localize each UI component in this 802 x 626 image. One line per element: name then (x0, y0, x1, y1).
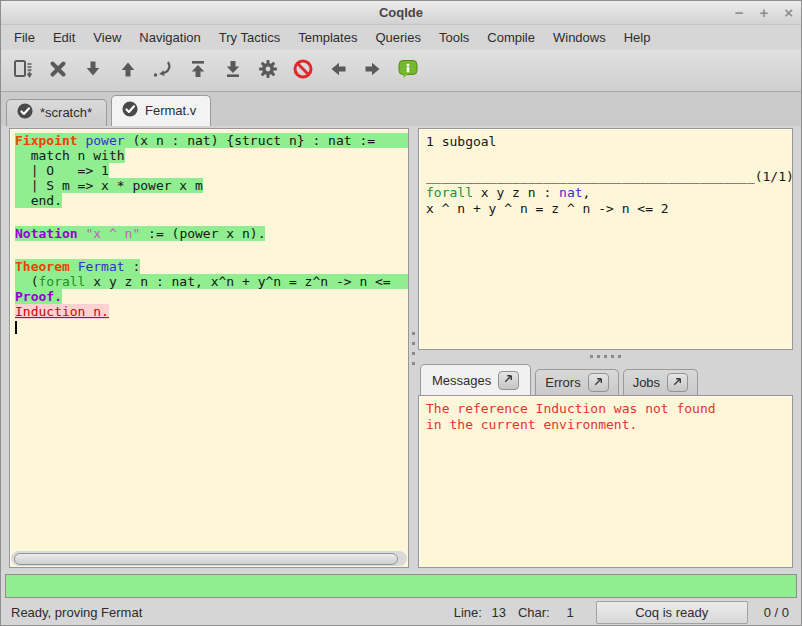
menu-tools[interactable]: Tools (430, 27, 478, 48)
menu-windows[interactable]: Windows (544, 27, 615, 48)
line-label: Line: (454, 605, 482, 620)
char-label: Char: (518, 605, 550, 620)
stop-button[interactable] (285, 52, 320, 90)
menu-bar: FileEditViewNavigationTry TacticsTemplat… (1, 25, 801, 50)
message-line-2: in the current environment. (426, 417, 785, 433)
window-title: CoqIde (379, 5, 423, 20)
code-line-5: end. (15, 193, 408, 208)
close-button[interactable] (40, 52, 75, 90)
goal-line-3: ________________________________________… (426, 169, 785, 185)
editor[interactable]: Fixpoint power (x n : nat) {struct n} : … (10, 129, 408, 550)
tab-label: Jobs (633, 375, 660, 390)
code-line-2: match n with (15, 148, 408, 163)
goal-line-5: x ^ n + y ^ n = z ^ n -> n <= 2 (426, 201, 785, 217)
toolbar (1, 50, 801, 92)
tab-label: *scratch* (40, 105, 92, 120)
tab-scratch[interactable]: *scratch* (6, 99, 107, 126)
window-controls: − + × (735, 1, 793, 24)
code-line-6 (15, 208, 408, 226)
code-line-8 (15, 241, 408, 259)
status-right: Line: 13 Char: 1 Coq is ready 0 / 0 (454, 601, 789, 624)
menu-file[interactable]: File (5, 27, 44, 48)
arrow-bottom-button[interactable] (215, 52, 250, 90)
arrow-right-button[interactable] (355, 52, 390, 90)
coq-status-indicator: Coq is ready (596, 601, 748, 624)
gear-icon (257, 58, 279, 84)
char-number: 1 (556, 605, 574, 620)
progress-fill (6, 575, 796, 597)
horizontal-scrollbar[interactable] (11, 551, 407, 566)
status-bar: Ready, proving Fermat Line: 13 Char: 1 C… (1, 599, 801, 625)
menu-edit[interactable]: Edit (44, 27, 84, 48)
tab-errors[interactable]: Errors (535, 369, 618, 395)
arrow-top-icon (187, 58, 209, 84)
goal-line-4: forall x y z n : nat, (426, 185, 785, 201)
close-icon (47, 58, 69, 84)
arrow-bottom-icon (222, 58, 244, 84)
title-bar[interactable]: CoqIde − + × (1, 1, 801, 25)
code-line-13 (15, 319, 408, 334)
document-arrow-icon (12, 58, 34, 84)
goal-pane[interactable]: 1 subgoal_______________________________… (418, 128, 793, 350)
arrow-left-icon (327, 58, 349, 84)
menu-try-tactics[interactable]: Try Tactics (210, 27, 289, 48)
vertical-pane-divider[interactable] (409, 128, 418, 568)
goal-line-2 (426, 150, 785, 169)
code-line-7: Notation "x ^ n" := (power x n). (15, 226, 408, 241)
goal-line-1: 1 subgoal (426, 134, 785, 150)
check-icon (122, 101, 138, 120)
menu-navigation[interactable]: Navigation (130, 27, 209, 48)
horizontal-pane-divider[interactable] (418, 350, 793, 362)
messages-pane[interactable]: The reference Induction was not foundin … (418, 395, 793, 568)
detach-errors-button[interactable] (588, 373, 609, 392)
code-line-10: (forall x y z n : nat, x^n + y^n = z^n -… (15, 274, 408, 289)
worker-counter: 0 / 0 (764, 605, 789, 620)
right-column: 1 subgoal_______________________________… (418, 128, 793, 568)
arrow-right-icon (362, 58, 384, 84)
arrow-down-icon (82, 58, 104, 84)
status-message: Ready, proving Fermat (11, 605, 454, 620)
arrow-up-button[interactable] (110, 52, 145, 90)
text-cursor (15, 321, 17, 334)
menu-compile[interactable]: Compile (478, 27, 544, 48)
editor-tab-bar: *scratch*Fermat.v (1, 92, 801, 126)
document-arrow-button[interactable] (5, 52, 40, 90)
detach-icon (502, 372, 515, 388)
message-tab-bar: MessagesErrorsJobs (418, 362, 793, 395)
tab-label: Errors (545, 375, 580, 390)
minimize-button[interactable]: − (735, 4, 744, 21)
detach-icon (592, 375, 605, 391)
tab-fermat-v[interactable]: Fermat.v (111, 95, 211, 126)
detach-icon (671, 375, 684, 391)
coqide-window: CoqIde − + × FileEditViewNavigationTry T… (0, 0, 802, 626)
detach-messages-button[interactable] (498, 371, 519, 390)
menu-view[interactable]: View (84, 27, 130, 48)
detach-jobs-button[interactable] (667, 373, 688, 392)
code-line-1: Fixpoint power (x n : nat) {struct n} : … (15, 133, 408, 148)
goto-cursor-button[interactable] (145, 52, 180, 90)
menu-queries[interactable]: Queries (366, 27, 430, 48)
script-pane: Fixpoint power (x n : nat) {struct n} : … (9, 128, 409, 568)
scrollbar-thumb[interactable] (14, 553, 398, 565)
stop-icon (292, 58, 314, 84)
close-button[interactable]: × (784, 4, 793, 21)
menu-templates[interactable]: Templates (289, 27, 366, 48)
code-line-4: | S m => x * power x m (15, 178, 408, 193)
info-icon (397, 58, 419, 84)
tab-label: Messages (432, 373, 491, 388)
tab-messages[interactable]: Messages (420, 364, 531, 395)
arrow-top-button[interactable] (180, 52, 215, 90)
info-button[interactable] (390, 52, 425, 90)
code-line-9: Theorem Fermat : (15, 259, 408, 274)
main-area: Fixpoint power (x n : nat) {struct n} : … (1, 126, 801, 571)
code-line-12: Induction n. (15, 304, 408, 319)
code-line-11: Proof. (15, 289, 408, 304)
tab-jobs[interactable]: Jobs (623, 369, 698, 395)
arrow-left-button[interactable] (320, 52, 355, 90)
menu-help[interactable]: Help (615, 27, 660, 48)
gear-button[interactable] (250, 52, 285, 90)
maximize-button[interactable]: + (759, 4, 768, 21)
arrow-down-button[interactable] (75, 52, 110, 90)
message-line-1: The reference Induction was not found (426, 401, 785, 417)
goto-cursor-icon (152, 58, 174, 84)
